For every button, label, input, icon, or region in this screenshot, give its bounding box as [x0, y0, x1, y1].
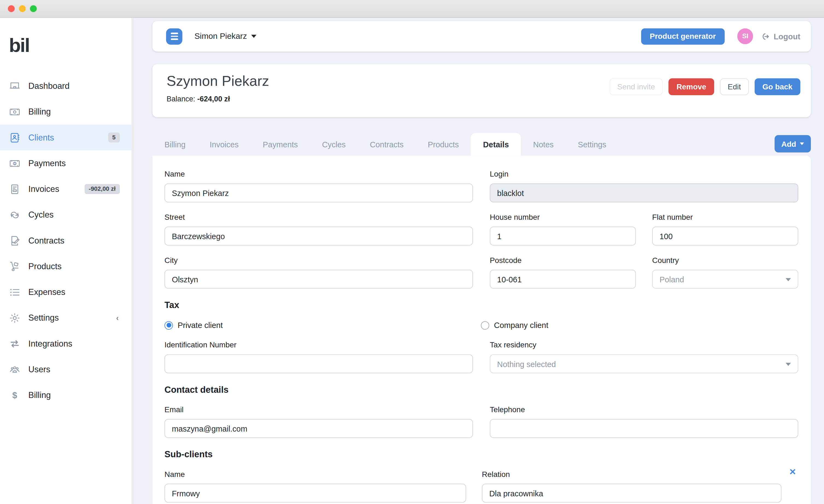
sidebar-item-label: Settings — [28, 313, 59, 322]
subclient-relation-input[interactable] — [482, 484, 782, 503]
sidebar-item-label: Clients — [28, 133, 54, 142]
login-label: Login — [490, 170, 798, 178]
sidebar-item-billing[interactable]: $Billing — [0, 382, 131, 408]
balance-value: -624,00 zł — [197, 95, 230, 103]
sidebar-item-settings[interactable]: Settings‹ — [0, 305, 131, 331]
zoom-window-icon[interactable] — [30, 5, 37, 12]
topbar: Simon Piekarz Product generator SI Logou… — [152, 21, 811, 52]
subclient-name-label: Name — [165, 470, 466, 479]
email-input[interactable] — [165, 419, 473, 438]
hand-truck-icon — [9, 261, 20, 272]
tab-details[interactable]: Details — [471, 133, 521, 156]
postcode-input[interactable] — [490, 270, 636, 289]
sidebar-item-clients[interactable]: Clients5 — [0, 125, 131, 150]
login-input — [490, 183, 798, 202]
tax-residency-selected-value: Nothing selected — [497, 360, 556, 369]
document-icon — [9, 183, 20, 195]
city-input[interactable] — [165, 270, 473, 289]
edit-button[interactable]: Edit — [720, 79, 749, 95]
avatar[interactable]: SI — [737, 28, 753, 44]
telephone-input[interactable] — [490, 419, 798, 438]
name-label: Name — [165, 170, 473, 178]
tab-contracts[interactable]: Contracts — [357, 133, 416, 156]
macos-titlebar — [0, 0, 824, 18]
contract-pen-icon — [9, 235, 20, 246]
swap-arrows-icon — [9, 338, 20, 349]
street-label: Street — [165, 213, 473, 221]
sidebar-item-cycles[interactable]: Cycles — [0, 202, 131, 228]
subclient-name-input[interactable] — [165, 484, 466, 503]
telephone-label: Telephone — [490, 405, 798, 414]
dashboard-icon — [9, 80, 20, 92]
sidebar-item-products[interactable]: Products — [0, 254, 131, 279]
chevron-down-icon — [786, 278, 791, 282]
tab-billing[interactable]: Billing — [152, 133, 198, 156]
identification-number-input[interactable] — [165, 354, 473, 373]
gear-icon — [9, 312, 20, 324]
sidebar-item-label: Integrations — [28, 339, 72, 348]
sidebar-item-label: Users — [28, 365, 50, 374]
menu-toggle-button[interactable] — [166, 28, 183, 44]
address-book-icon — [9, 132, 20, 143]
country-label: Country — [652, 256, 798, 265]
close-window-icon[interactable] — [8, 5, 15, 12]
list-icon — [9, 286, 20, 298]
house-number-label: House number — [490, 213, 636, 221]
tab-notes[interactable]: Notes — [521, 133, 566, 156]
banknote-icon — [9, 106, 20, 117]
sidebar-item-users[interactable]: Users — [0, 357, 131, 382]
tax-residency-select[interactable]: Nothing selected — [490, 354, 798, 373]
add-dropdown-button[interactable]: Add — [775, 135, 811, 152]
name-input[interactable] — [165, 183, 473, 202]
sidebar-badge: -902,00 zł — [84, 184, 120, 194]
sidebar-item-integrations[interactable]: Integrations — [0, 331, 131, 357]
private-client-radio[interactable]: Private client — [165, 321, 473, 330]
remove-button[interactable]: Remove — [668, 79, 714, 95]
sidebar-item-label: Billing — [28, 390, 51, 400]
tab-invoices[interactable]: Invoices — [198, 133, 250, 156]
app-window: bil DashboardBillingClients51PaymentsInv… — [0, 0, 824, 504]
client-header: Szymon Piekarz Balance: -624,00 zł Send … — [152, 64, 811, 117]
sidebar-item-expenses[interactable]: Expenses — [0, 279, 131, 305]
tab-settings[interactable]: Settings — [566, 133, 619, 156]
logout-icon — [761, 32, 770, 41]
sidebar-item-payments[interactable]: 1Payments — [0, 150, 131, 176]
tab-cycles[interactable]: Cycles — [310, 133, 357, 156]
remove-subclient-icon[interactable]: ✕ — [789, 468, 796, 476]
identification-number-label: Identification Number — [165, 340, 473, 349]
hamburger-icon — [171, 33, 178, 34]
logout-label: Logout — [774, 32, 801, 41]
send-invite-button[interactable]: Send invite — [609, 79, 663, 95]
email-label: Email — [165, 405, 473, 414]
logout-button[interactable]: Logout — [761, 32, 801, 41]
product-generator-button[interactable]: Product generator — [641, 28, 725, 44]
tab-payments[interactable]: Payments — [251, 133, 310, 156]
country-selected-value: Poland — [659, 275, 684, 284]
street-input[interactable] — [165, 226, 473, 245]
main-area: Simon Piekarz Product generator SI Logou… — [134, 18, 824, 504]
postcode-label: Postcode — [490, 256, 636, 265]
sidebar-item-billing[interactable]: Billing — [0, 99, 131, 125]
chevron-down-icon — [800, 142, 804, 145]
sidebar-item-invoices[interactable]: Invoices-902,00 zł — [0, 176, 131, 202]
sidebar-item-dashboard[interactable]: Dashboard — [0, 73, 131, 99]
sidebar-item-label: Billing — [28, 107, 51, 116]
dollar-icon: $ — [9, 389, 20, 401]
chevron-down-icon — [251, 35, 256, 38]
client-balance: Balance: -624,00 zł — [167, 95, 801, 103]
go-back-button[interactable]: Go back — [754, 79, 801, 95]
sidebar-item-contracts[interactable]: Contracts — [0, 228, 131, 254]
chevron-left-icon: ‹ — [116, 314, 119, 322]
subclient-relation-label: Relation — [482, 470, 782, 479]
flat-number-input[interactable] — [652, 226, 798, 245]
company-client-radio[interactable]: Company client — [481, 321, 798, 330]
house-number-input[interactable] — [490, 226, 636, 245]
company-client-label: Company client — [494, 321, 548, 330]
sidebar-nav: DashboardBillingClients51PaymentsInvoice… — [0, 73, 131, 408]
tab-products[interactable]: Products — [416, 133, 471, 156]
chevron-down-icon — [786, 363, 791, 366]
banknote-one-icon: 1 — [9, 158, 20, 169]
country-select[interactable]: Poland — [652, 270, 798, 289]
minimize-window-icon[interactable] — [19, 5, 26, 12]
user-menu-dropdown[interactable]: Simon Piekarz — [195, 31, 256, 41]
